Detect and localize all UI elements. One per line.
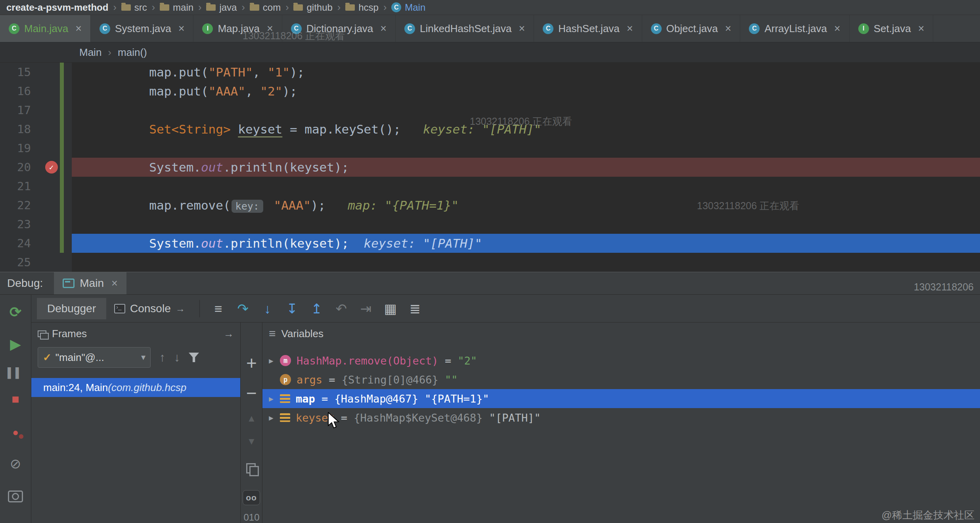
- breakpoint-slot[interactable]: [31, 82, 72, 101]
- tab-dictionary-java[interactable]: CDictionary.java×: [282, 15, 396, 42]
- code-text[interactable]: map.put("PATH", "1");: [72, 63, 980, 82]
- rerun-icon[interactable]: ⟳: [0, 304, 31, 320]
- step-into-icon[interactable]: ↓: [255, 302, 280, 315]
- breadcrumb-item[interactable]: create-a-psvm-method: [6, 2, 108, 13]
- close-icon[interactable]: ×: [178, 23, 185, 34]
- breadcrumb-item[interactable]: CMain: [391, 2, 425, 13]
- code-text[interactable]: [72, 177, 980, 196]
- line-number[interactable]: 20: [0, 158, 31, 177]
- variable-row[interactable]: ▶mHashMap.remove(Object) = "2": [262, 351, 980, 370]
- breakpoint-slot[interactable]: [31, 253, 72, 272]
- tab-object-java[interactable]: CObject.java×: [642, 15, 741, 42]
- move-watch-down-icon[interactable]: ▼: [241, 437, 262, 446]
- thread-dropdown[interactable]: ✓ "main"@... ▾: [38, 347, 151, 368]
- breakpoint-slot[interactable]: [31, 120, 72, 139]
- code-text[interactable]: [72, 253, 980, 272]
- tab-debugger[interactable]: Debugger: [37, 298, 106, 319]
- breakpoint-slot[interactable]: [31, 139, 72, 158]
- frame-down-icon[interactable]: ↓: [174, 351, 180, 364]
- line-number[interactable]: 25: [0, 253, 31, 272]
- breadcrumb-item[interactable]: src: [121, 2, 147, 13]
- breakpoint-slot[interactable]: [31, 177, 72, 196]
- expand-arrow-icon[interactable]: ▶: [262, 356, 280, 365]
- line-number[interactable]: 21: [0, 177, 31, 196]
- breadcrumb-item[interactable]: main: [160, 2, 193, 13]
- view-options-icon[interactable]: ≣: [403, 302, 427, 315]
- add-watch-icon[interactable]: +: [241, 354, 262, 372]
- drop-frame-icon[interactable]: ↶: [329, 302, 354, 315]
- tab-hashset-java[interactable]: CHashSet.java×: [534, 15, 642, 42]
- line-number[interactable]: 15: [0, 63, 31, 82]
- tab-map-java[interactable]: IMap.java×: [193, 15, 282, 42]
- tab-arraylist-java[interactable]: CArrayList.java×: [740, 15, 849, 42]
- close-icon[interactable]: ×: [519, 23, 525, 34]
- resume-icon[interactable]: ▶: [0, 336, 31, 352]
- force-step-into-icon[interactable]: ↧: [280, 302, 304, 315]
- code-text[interactable]: [72, 215, 980, 234]
- tab-system-java[interactable]: CSystem.java×: [91, 15, 193, 42]
- variable-row[interactable]: ▶map = {HashMap@467} "{PATH=1}": [262, 389, 980, 408]
- mute-breakpoints-icon[interactable]: ⊘: [0, 456, 31, 471]
- code-text[interactable]: map.put("AAA", "2");: [72, 82, 980, 101]
- code-text[interactable]: Set<String> keyset = map.keySet(); keyse…: [72, 120, 980, 139]
- remove-watch-icon[interactable]: −: [241, 384, 262, 402]
- step-over-icon[interactable]: ↷: [231, 302, 255, 315]
- line-number[interactable]: 16: [0, 82, 31, 101]
- show-watches-icon[interactable]: oo: [243, 490, 260, 505]
- close-icon[interactable]: ×: [111, 278, 118, 289]
- close-icon[interactable]: ×: [267, 23, 273, 34]
- code-text[interactable]: System.out.println(keyset);: [72, 158, 980, 177]
- breadcrumb-class[interactable]: Main: [79, 46, 101, 59]
- close-icon[interactable]: ×: [627, 23, 633, 34]
- breakpoint-slot[interactable]: [31, 215, 72, 234]
- frame-up-icon[interactable]: ↑: [159, 351, 165, 364]
- breadcrumb-item[interactable]: com: [250, 2, 281, 13]
- close-icon[interactable]: ×: [75, 23, 82, 34]
- stack-frame-row[interactable]: main:24, Main (com.github.hcsp: [31, 378, 240, 397]
- code-text[interactable]: map.remove(key: "AAA"); map: "{PATH=1}": [72, 196, 980, 215]
- breakpoint-slot[interactable]: [31, 101, 72, 120]
- breakpoint-slot[interactable]: [31, 234, 72, 253]
- tab-set-java[interactable]: ISet.java×: [850, 15, 934, 42]
- line-number[interactable]: 22: [0, 196, 31, 215]
- expand-arrow-icon[interactable]: ▶: [262, 394, 280, 403]
- breadcrumb-method[interactable]: main(): [118, 46, 147, 59]
- code-text[interactable]: [72, 101, 980, 120]
- run-to-cursor-icon[interactable]: ⇥: [354, 302, 378, 315]
- duplicate-watch-icon[interactable]: [246, 463, 256, 474]
- breadcrumb-item[interactable]: github: [293, 2, 332, 13]
- line-number[interactable]: 18: [0, 120, 31, 139]
- variable-row[interactable]: pargs = {String[0]@466} "": [262, 370, 980, 389]
- expand-arrow-icon[interactable]: ▶: [262, 413, 280, 422]
- frames-options-icon[interactable]: →: [224, 328, 234, 340]
- code-text[interactable]: System.out.println(keyset); keyset: "[PA…: [72, 234, 980, 253]
- debug-tab-main[interactable]: Main ×: [54, 272, 126, 294]
- breakpoint-slot[interactable]: ✓: [31, 158, 72, 177]
- breakpoint-slot[interactable]: [31, 196, 72, 215]
- evaluate-expression-icon[interactable]: ▦: [378, 302, 403, 315]
- close-icon[interactable]: ×: [380, 23, 387, 34]
- close-icon[interactable]: ×: [918, 23, 924, 34]
- filter-icon[interactable]: [189, 353, 199, 362]
- stop-icon[interactable]: ■: [0, 391, 31, 407]
- breakpoint-slot[interactable]: [31, 63, 72, 82]
- close-icon[interactable]: ×: [834, 23, 840, 34]
- step-out-icon[interactable]: ↥: [304, 302, 329, 315]
- tab-linkedhashset-java[interactable]: CLinkedHashSet.java×: [396, 15, 534, 42]
- variable-row[interactable]: ▶keyset = {HashMap$KeySet@468} "[PATH]": [262, 408, 980, 427]
- line-number[interactable]: 23: [0, 215, 31, 234]
- breadcrumb-item[interactable]: hcsp: [345, 2, 379, 13]
- close-icon[interactable]: ×: [725, 23, 731, 34]
- layout-settings-icon[interactable]: ≡: [206, 302, 231, 315]
- breadcrumb-item[interactable]: java: [206, 2, 237, 13]
- view-breakpoints-icon[interactable]: ●: [0, 424, 31, 440]
- line-number[interactable]: 24: [0, 234, 31, 253]
- line-number[interactable]: 17: [0, 101, 31, 120]
- tab-main-java[interactable]: CMain.java×: [0, 15, 91, 42]
- code-text[interactable]: [72, 139, 980, 158]
- breakpoint-icon[interactable]: ✓: [45, 161, 58, 174]
- move-watch-up-icon[interactable]: ▲: [241, 414, 262, 423]
- tab-console[interactable]: Console →: [106, 302, 193, 315]
- camera-icon[interactable]: [8, 491, 23, 502]
- code-editor[interactable]: 15 map.put("PATH", "1");16 map.put("AAA"…: [0, 63, 980, 272]
